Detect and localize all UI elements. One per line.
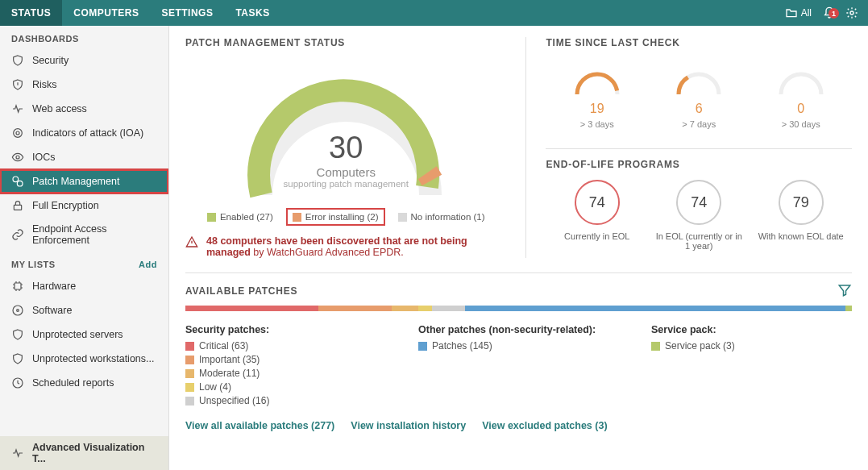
- patch-label: Low (4): [199, 381, 231, 393]
- svg-point-2: [16, 131, 19, 135]
- mylists-heading: MY LISTS Add: [0, 252, 168, 274]
- patch-status-gauge[interactable]: 30 Computers supporting patch management: [225, 58, 467, 203]
- list-item-unprotected-servers[interactable]: Unprotected servers: [0, 322, 168, 347]
- card-title: PATCH MANAGEMENT STATUS: [185, 37, 506, 48]
- bar-segment: [418, 306, 432, 311]
- sidebar-item-label: Unprotected servers: [32, 329, 123, 340]
- filter-label: All: [801, 7, 812, 19]
- patches-links: View all available patches (277) View in…: [185, 420, 852, 431]
- svg-point-8: [13, 306, 23, 315]
- add-list-link[interactable]: Add: [139, 260, 157, 269]
- chip-icon: [11, 280, 24, 293]
- mini-gauge-svg: [773, 58, 829, 98]
- patch-item[interactable]: Critical (63): [185, 340, 386, 351]
- tab-computers[interactable]: COMPUTERS: [62, 0, 150, 26]
- eol-item[interactable]: 79 With known EOL date: [757, 180, 845, 251]
- eol-value: 79: [779, 180, 824, 225]
- sidebar-item-security[interactable]: Security: [0, 48, 168, 73]
- svg-point-9: [17, 310, 19, 312]
- eye-icon: [11, 151, 24, 164]
- sidebar-item-web-access[interactable]: Web access: [0, 97, 168, 121]
- time-check-item[interactable]: 6 > 7 days: [671, 58, 727, 129]
- card-title: AVAILABLE PATCHES: [185, 285, 297, 297]
- svg-point-4: [13, 177, 19, 182]
- sidebar-item-label: Scheduled reports: [32, 377, 114, 389]
- card-patch-status: PATCH MANAGEMENT STATUS 30 Computers sup…: [185, 37, 506, 258]
- patch-icon: [11, 175, 24, 188]
- settings-gear-button[interactable]: [841, 6, 863, 19]
- patch-item[interactable]: Unspecified (16): [185, 395, 386, 406]
- shield-off-icon: [11, 352, 24, 365]
- sidebar-item-endpoint-access[interactable]: Endpoint Access Enforcement: [0, 218, 168, 252]
- swatch: [185, 383, 194, 392]
- eol-item[interactable]: 74 Currently in EOL: [553, 180, 642, 251]
- gauge-count: 30: [225, 131, 467, 165]
- patches-stacked-bar[interactable]: [185, 306, 852, 311]
- time-check-item[interactable]: 19 > 3 days: [569, 58, 625, 129]
- patch-label: Critical (63): [199, 340, 248, 351]
- mini-gauge-caption: > 30 days: [773, 119, 829, 129]
- target-icon: [11, 127, 24, 139]
- tab-settings[interactable]: SETTINGS: [150, 0, 224, 26]
- col-title: Service pack:: [651, 324, 852, 335]
- mini-gauge-svg: [671, 58, 727, 98]
- notif-badge: 1: [829, 8, 839, 19]
- sidebar-item-full-encryption[interactable]: Full Encryption: [0, 193, 168, 218]
- shield-icon: [11, 54, 24, 67]
- filter-all[interactable]: All: [779, 6, 818, 19]
- swatch: [651, 342, 660, 351]
- sidebar-item-iocs[interactable]: IOCs: [0, 145, 168, 169]
- gauge-sub: supporting patch management: [225, 179, 467, 189]
- sidebar-item-risks[interactable]: Risks: [0, 73, 168, 97]
- view-all-patches-link[interactable]: View all available patches (277): [185, 420, 334, 431]
- list-item-software[interactable]: Software: [0, 298, 168, 322]
- patch-item[interactable]: Patches (145): [418, 340, 619, 351]
- patch-item[interactable]: Low (4): [185, 381, 386, 393]
- funnel-icon: [837, 283, 852, 297]
- patch-item[interactable]: Important (35): [185, 354, 386, 365]
- filter-button[interactable]: [837, 283, 852, 301]
- eol-caption: In EOL (currently or in 1 year): [654, 231, 743, 251]
- card-title: END-OF-LIFE PROGRAMS: [546, 159, 852, 170]
- view-excluded-patches-link[interactable]: View excluded patches (3): [482, 420, 607, 431]
- card-right: TIME SINCE LAST CHECK 19 > 3 days 6 > 7 …: [546, 37, 852, 258]
- patch-item[interactable]: Moderate (11): [185, 368, 386, 379]
- sidebar-item-label: Unprotected workstations...: [32, 353, 154, 364]
- dashboards-heading: DASHBOARDS: [0, 26, 168, 48]
- tab-status[interactable]: STATUS: [0, 0, 62, 26]
- list-item-unprotected-workstations[interactable]: Unprotected workstations...: [0, 347, 168, 371]
- col-title: Security patches:: [185, 324, 386, 335]
- bar-segment: [185, 306, 318, 311]
- sidebar-item-label: IOCs: [32, 152, 55, 163]
- sidebar-item-advanced-viz[interactable]: Advanced Visualization T...: [0, 436, 168, 470]
- pulse-icon: [11, 102, 24, 115]
- notifications-button[interactable]: 1: [818, 6, 841, 19]
- view-install-history-link[interactable]: View installation history: [351, 420, 466, 431]
- sidebar-item-label: Hardware: [32, 281, 76, 292]
- patch-item[interactable]: Service pack (3): [651, 340, 852, 351]
- svg-point-5: [17, 181, 23, 186]
- time-check-item[interactable]: 0 > 30 days: [773, 58, 829, 129]
- patch-label: Important (35): [199, 354, 260, 365]
- swatch: [185, 397, 194, 406]
- mini-gauge-caption: > 3 days: [569, 119, 625, 129]
- sidebar-item-label: Full Encryption: [32, 200, 99, 211]
- unmanaged-warning[interactable]: 48 computers have been discovered that a…: [185, 235, 506, 258]
- sidebar-item-patch-management[interactable]: Patch Management: [0, 169, 168, 193]
- eol-item[interactable]: 74 In EOL (currently or in 1 year): [654, 180, 743, 251]
- tab-tasks[interactable]: TASKS: [224, 0, 280, 26]
- sidebar-item-label: Advanced Visualization T...: [32, 442, 157, 464]
- folder-icon: [785, 6, 798, 19]
- bar-segment: [318, 306, 392, 311]
- list-item-hardware[interactable]: Hardware: [0, 274, 168, 298]
- list-item-scheduled-reports[interactable]: Scheduled reports: [0, 371, 168, 395]
- bar-segment: [432, 306, 465, 311]
- card-available-patches: AVAILABLE PATCHES Security patches: Crit…: [185, 283, 852, 431]
- sidebar-item-ioa[interactable]: Indicators of attack (IOA): [0, 121, 168, 145]
- swatch: [207, 213, 216, 222]
- warning-icon: [185, 235, 198, 248]
- clock-icon: [11, 376, 24, 389]
- sidebar: DASHBOARDS Security Risks Web access Ind…: [0, 26, 169, 470]
- swatch: [185, 356, 194, 364]
- shield-alert-icon: [11, 78, 24, 91]
